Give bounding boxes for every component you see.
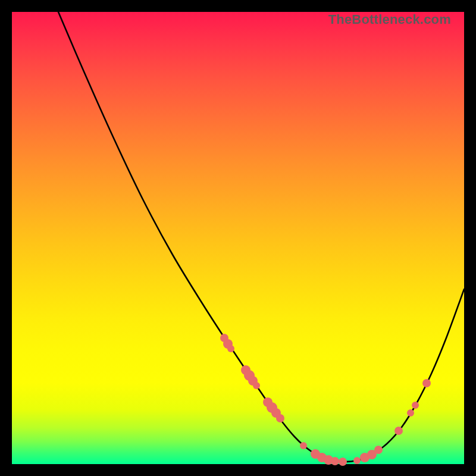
- bottleneck-curve: [58, 12, 464, 462]
- curve-marker: [339, 458, 347, 466]
- curve-marker: [374, 446, 383, 454]
- curve-marker: [407, 409, 414, 416]
- curve-marker: [227, 345, 234, 352]
- curve-marker: [353, 457, 361, 464]
- curve-plot: [12, 12, 464, 464]
- curve-markers: [220, 334, 431, 466]
- curve-marker: [412, 402, 419, 409]
- curve-marker: [253, 382, 260, 389]
- curve-marker: [394, 427, 403, 435]
- curve-marker: [422, 379, 431, 387]
- curve-marker: [300, 442, 307, 449]
- curve-marker: [276, 414, 284, 422]
- chart-frame: TheBottleneck.com: [12, 12, 464, 464]
- curve-marker: [331, 457, 339, 465]
